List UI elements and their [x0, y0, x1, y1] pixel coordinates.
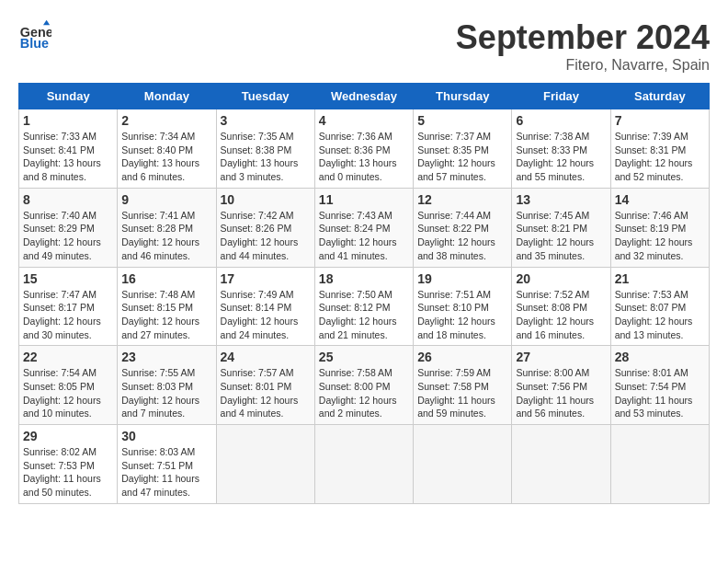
week-row-5: 29 Sunrise: 8:02 AMSunset: 7:53 PMDaylig… — [19, 425, 710, 504]
day-17: 17 Sunrise: 7:49 AMSunset: 8:14 PMDaylig… — [216, 267, 314, 346]
day-20: 20 Sunrise: 7:52 AMSunset: 8:08 PMDaylig… — [512, 267, 610, 346]
col-sunday: Sunday — [19, 84, 118, 109]
logo: General Blue — [18, 18, 51, 52]
day-14: 14 Sunrise: 7:46 AMSunset: 8:19 PMDaylig… — [610, 188, 709, 267]
col-friday: Friday — [512, 84, 610, 109]
title-block: September 2024 Fitero, Navarre, Spain — [456, 18, 710, 74]
location: Fitero, Navarre, Spain — [456, 57, 710, 74]
col-saturday: Saturday — [610, 84, 709, 109]
day-5: 5 Sunrise: 7:37 AMSunset: 8:35 PMDayligh… — [414, 109, 512, 189]
col-thursday: Thursday — [414, 84, 512, 109]
day-26: 26 Sunrise: 7:59 AMSunset: 7:58 PMDaylig… — [414, 346, 512, 425]
day-2: 2 Sunrise: 7:34 AMSunset: 8:40 PMDayligh… — [118, 109, 216, 189]
day-15: 15 Sunrise: 7:47 AMSunset: 8:17 PMDaylig… — [19, 267, 118, 346]
col-tuesday: Tuesday — [216, 84, 314, 109]
day-1: 1 Sunrise: 7:33 AMSunset: 8:41 PMDayligh… — [19, 109, 118, 189]
week-row-2: 8 Sunrise: 7:40 AMSunset: 8:29 PMDayligh… — [19, 188, 710, 267]
week-row-4: 22 Sunrise: 7:54 AMSunset: 8:05 PMDaylig… — [19, 346, 710, 425]
week-row-1: 1 Sunrise: 7:33 AMSunset: 8:41 PMDayligh… — [19, 109, 710, 189]
header-row: Sunday Monday Tuesday Wednesday Thursday… — [19, 84, 710, 109]
day-24: 24 Sunrise: 7:57 AMSunset: 8:01 PMDaylig… — [216, 346, 314, 425]
empty-cell-2 — [314, 425, 413, 504]
day-8: 8 Sunrise: 7:40 AMSunset: 8:29 PMDayligh… — [19, 188, 118, 267]
day-28: 28 Sunrise: 8:01 AMSunset: 7:54 PMDaylig… — [610, 346, 709, 425]
day-6: 6 Sunrise: 7:38 AMSunset: 8:33 PMDayligh… — [512, 109, 610, 189]
day-21: 21 Sunrise: 7:53 AMSunset: 8:07 PMDaylig… — [610, 267, 709, 346]
col-wednesday: Wednesday — [314, 84, 413, 109]
empty-cell-3 — [414, 425, 512, 504]
day-10: 10 Sunrise: 7:42 AMSunset: 8:26 PMDaylig… — [216, 188, 314, 267]
col-monday: Monday — [118, 84, 216, 109]
day-19: 19 Sunrise: 7:51 AMSunset: 8:10 PMDaylig… — [414, 267, 512, 346]
month-title: September 2024 — [456, 18, 710, 57]
day-12: 12 Sunrise: 7:44 AMSunset: 8:22 PMDaylig… — [414, 188, 512, 267]
day-3: 3 Sunrise: 7:35 AMSunset: 8:38 PMDayligh… — [216, 109, 314, 189]
day-27: 27 Sunrise: 8:00 AMSunset: 7:56 PMDaylig… — [512, 346, 610, 425]
day-4: 4 Sunrise: 7:36 AMSunset: 8:36 PMDayligh… — [314, 109, 413, 189]
day-29: 29 Sunrise: 8:02 AMSunset: 7:53 PMDaylig… — [19, 425, 118, 504]
day-9: 9 Sunrise: 7:41 AMSunset: 8:28 PMDayligh… — [118, 188, 216, 267]
page-header: General Blue September 2024 Fitero, Nava… — [18, 18, 710, 74]
calendar-table: Sunday Monday Tuesday Wednesday Thursday… — [18, 83, 710, 504]
empty-cell-1 — [216, 425, 314, 504]
day-7: 7 Sunrise: 7:39 AMSunset: 8:31 PMDayligh… — [610, 109, 709, 189]
day-18: 18 Sunrise: 7:50 AMSunset: 8:12 PMDaylig… — [314, 267, 413, 346]
svg-marker-2 — [43, 20, 50, 25]
day-23: 23 Sunrise: 7:55 AMSunset: 8:03 PMDaylig… — [118, 346, 216, 425]
day-30: 30 Sunrise: 8:03 AMSunset: 7:51 PMDaylig… — [118, 425, 216, 504]
day-16: 16 Sunrise: 7:48 AMSunset: 8:15 PMDaylig… — [118, 267, 216, 346]
day-11: 11 Sunrise: 7:43 AMSunset: 8:24 PMDaylig… — [314, 188, 413, 267]
logo-icon: General Blue — [18, 18, 51, 52]
empty-cell-4 — [512, 425, 610, 504]
svg-text:Blue: Blue — [20, 36, 49, 51]
empty-cell-5 — [610, 425, 709, 504]
day-25: 25 Sunrise: 7:58 AMSunset: 8:00 PMDaylig… — [314, 346, 413, 425]
day-13: 13 Sunrise: 7:45 AMSunset: 8:21 PMDaylig… — [512, 188, 610, 267]
day-22: 22 Sunrise: 7:54 AMSunset: 8:05 PMDaylig… — [19, 346, 118, 425]
week-row-3: 15 Sunrise: 7:47 AMSunset: 8:17 PMDaylig… — [19, 267, 710, 346]
